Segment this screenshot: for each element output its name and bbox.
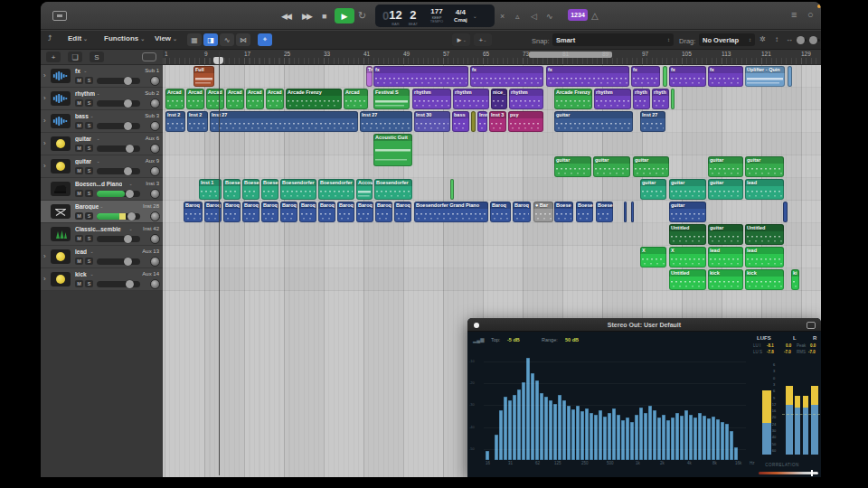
- snap-select[interactable]: Smart↕: [552, 33, 674, 46]
- volume-fader[interactable]: [97, 78, 140, 84]
- region[interactable]: Baroq: [223, 202, 241, 222]
- region[interactable]: guitar: [554, 156, 591, 177]
- metronome-icon[interactable]: △: [591, 8, 599, 23]
- region[interactable]: Inst 27: [640, 111, 665, 132]
- region[interactable]: fx: [470, 66, 543, 87]
- fader-knob[interactable]: [126, 190, 134, 198]
- region[interactable]: Arcad: [206, 89, 224, 109]
- region[interactable]: Arcad: [186, 89, 204, 109]
- region[interactable]: Baroq: [375, 202, 392, 222]
- region[interactable]: nice_: [491, 89, 507, 109]
- back-icon[interactable]: ⤴: [48, 34, 52, 42]
- wave-track-icon[interactable]: [51, 114, 71, 128]
- rewind-button[interactable]: ◀◀: [281, 8, 290, 23]
- region[interactable]: Baroq: [356, 202, 373, 222]
- dot-track-icon[interactable]: [51, 136, 71, 151]
- disclosure-icon[interactable]: ›: [43, 71, 46, 80]
- track-name[interactable]: Baroque: [75, 203, 99, 210]
- region[interactable]: fx: [546, 66, 629, 87]
- volume-fader[interactable]: [97, 168, 140, 174]
- region[interactable]: lead: [745, 179, 784, 200]
- region[interactable]: rhyth: [652, 89, 669, 109]
- solo-button[interactable]: S: [85, 212, 93, 220]
- track-name[interactable]: Classic...semble: [75, 226, 121, 232]
- disclosure-icon[interactable]: ›: [43, 275, 46, 283]
- mute-button[interactable]: M: [75, 190, 83, 197]
- volume-fader[interactable]: [97, 236, 140, 242]
- region[interactable]: Baroq: [513, 202, 531, 222]
- count-in-button[interactable]: 1234: [568, 9, 588, 21]
- region[interactable]: Inst 3: [489, 111, 506, 132]
- mute-button[interactable]: M: [75, 122, 83, 129]
- region[interactable]: ki: [791, 269, 799, 290]
- fader-knob[interactable]: [124, 99, 132, 108]
- cycle-region[interactable]: [529, 52, 612, 58]
- mute-button[interactable]: M: [75, 167, 83, 174]
- region[interactable]: Arcad: [266, 89, 284, 109]
- pointer-tool-menu[interactable]: ►⌄: [452, 33, 470, 46]
- track-row[interactable]: ›guitar⌄Aux 6MS: [41, 133, 163, 155]
- region[interactable]: rhyth: [633, 89, 650, 109]
- region[interactable]: Boese: [576, 202, 593, 222]
- region[interactable]: Tr: [366, 66, 373, 87]
- region[interactable]: guitar: [708, 179, 743, 200]
- secondary-tool-menu[interactable]: +⌄: [474, 33, 492, 46]
- region[interactable]: guitar: [745, 156, 784, 177]
- mute-button[interactable]: M: [75, 145, 83, 152]
- region[interactable]: Inst: [477, 111, 487, 132]
- track-row[interactable]: ›guitar⌄Aux 9MS: [41, 155, 163, 178]
- region[interactable]: guitar: [633, 156, 669, 177]
- region[interactable]: Baroq: [299, 202, 316, 222]
- vertical-zoom-icon[interactable]: ↕: [775, 35, 778, 43]
- tuner-icon[interactable]: ∿: [546, 8, 553, 23]
- track-header-config-icon[interactable]: [142, 52, 156, 61]
- region[interactable]: bass: [452, 111, 469, 132]
- region[interactable]: X: [669, 247, 706, 267]
- region[interactable]: guitar: [708, 156, 743, 177]
- region[interactable]: Baroq: [261, 202, 278, 222]
- list-editors-icon[interactable]: ≡: [791, 9, 797, 20]
- track-name[interactable]: Boesen...d Piano: [75, 181, 122, 187]
- region[interactable]: guitar: [640, 179, 666, 200]
- region[interactable]: guitar: [593, 156, 630, 177]
- region[interactable]: ● Bar: [533, 202, 553, 222]
- menu-edit[interactable]: Edit⌄: [68, 34, 88, 42]
- region[interactable]: Full: [193, 66, 214, 87]
- mute-button[interactable]: M: [75, 77, 83, 84]
- region[interactable]: Uplifter - Quin: [745, 66, 785, 87]
- track-name[interactable]: kick: [75, 271, 87, 277]
- region[interactable]: Boesendorfer: [280, 179, 316, 200]
- wave-track-icon[interactable]: [51, 91, 71, 106]
- region[interactable]: Arcad: [165, 89, 184, 109]
- waveform-zoom-icon[interactable]: ✲: [760, 35, 766, 43]
- pan-knob[interactable]: [150, 144, 160, 154]
- fader-knob[interactable]: [124, 258, 132, 266]
- fader-knob[interactable]: [126, 280, 134, 288]
- region[interactable]: [624, 202, 627, 222]
- pan-knob[interactable]: [150, 279, 160, 289]
- mute-button[interactable]: M: [75, 258, 83, 265]
- region[interactable]: Boese: [223, 179, 241, 200]
- master-solo-button[interactable]: S: [90, 52, 104, 62]
- analyzer-mode-icon[interactable]: ▂▄▆: [473, 337, 484, 343]
- region[interactable]: guitar: [669, 202, 706, 222]
- track-name[interactable]: lead: [75, 249, 87, 255]
- region[interactable]: Untitled: [745, 224, 784, 245]
- solo-button[interactable]: S: [85, 258, 93, 265]
- solo-button[interactable]: S: [85, 235, 93, 242]
- stop-button[interactable]: ■: [322, 8, 326, 23]
- horizontal-zoom-slider[interactable]: [809, 39, 820, 42]
- volume-fader[interactable]: [97, 123, 140, 129]
- volume-fader[interactable]: [97, 213, 140, 220]
- duplicate-track-button[interactable]: ❏: [68, 52, 82, 62]
- track-row[interactable]: ›bass⌄Sub 3MS: [41, 110, 163, 133]
- region[interactable]: Arcad: [226, 89, 244, 109]
- multimeter-plugin-window[interactable]: Stereo Out: User Default ▂▄▆ Top: -5 dB …: [467, 318, 821, 477]
- track-row[interactable]: Boesen...d Piano⌄Inst 3MS: [41, 178, 163, 201]
- solo-mode-icon[interactable]: ◁: [531, 8, 537, 23]
- solo-button[interactable]: S: [85, 280, 93, 287]
- lcd-chevron-icon[interactable]: ⌄: [473, 13, 477, 19]
- menu-view[interactable]: View⌄: [155, 34, 177, 42]
- slider-knob[interactable]: [809, 36, 817, 44]
- region[interactable]: Baroq: [280, 202, 297, 222]
